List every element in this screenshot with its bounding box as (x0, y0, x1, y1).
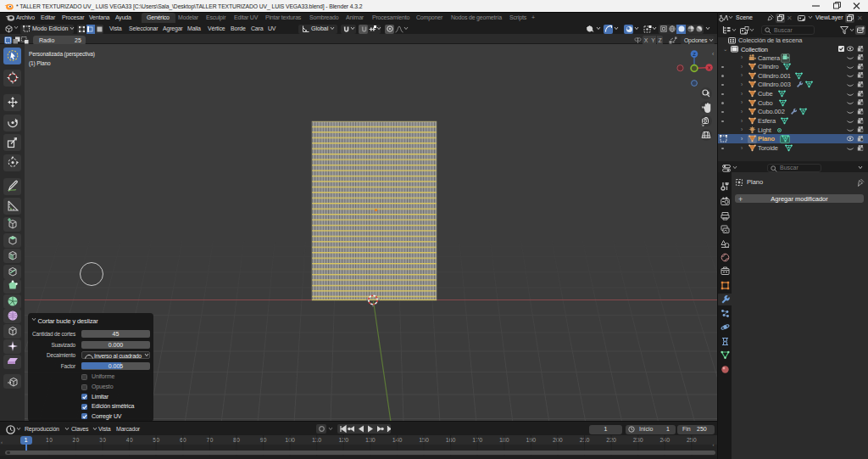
svg-text:X: X (707, 65, 710, 70)
svg-text:Z: Z (693, 52, 696, 57)
